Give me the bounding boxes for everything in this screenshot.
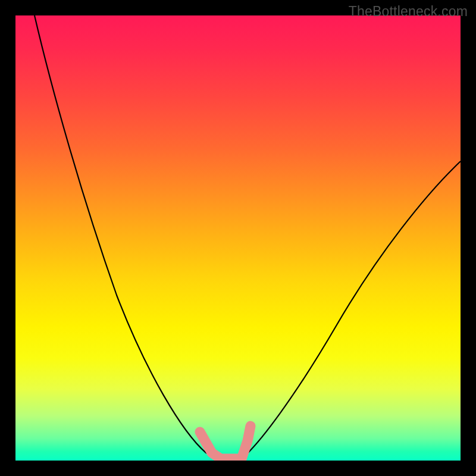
pink-marker — [200, 426, 250, 459]
right-curve — [242, 161, 461, 459]
watermark-text: TheBottleneck.com — [349, 4, 468, 20]
plot-area — [15, 15, 461, 461]
curves-svg — [15, 15, 461, 461]
chart-frame: TheBottleneck.com — [0, 0, 476, 476]
left-curve — [35, 15, 221, 459]
